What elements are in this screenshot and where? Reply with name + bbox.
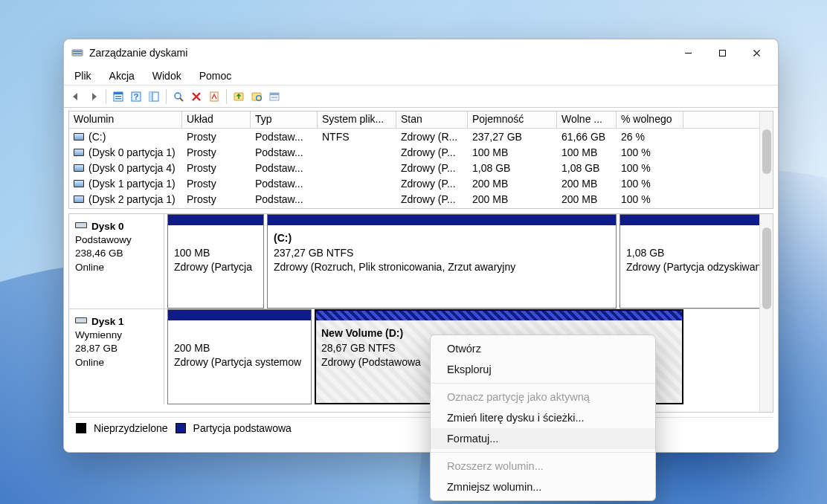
action-icon-1[interactable]	[230, 88, 248, 106]
volume-list-scrollbar[interactable]	[759, 112, 773, 208]
svg-rect-23	[76, 318, 86, 323]
menubar: Plik Akcja Widok Pomoc	[64, 66, 778, 85]
legend: Nieprzydzielone Partycja podstawowa	[68, 417, 773, 438]
col-status[interactable]: Stan	[396, 112, 468, 128]
svg-rect-19	[271, 97, 277, 97]
properties-icon[interactable]	[205, 88, 223, 106]
volume-list: Wolumin Układ Typ System plik... Stan Po…	[68, 111, 773, 209]
ctx-shrink[interactable]: Zmniejsz wolumin...	[431, 476, 655, 497]
table-row[interactable]: (Dysk 0 partycja 1)ProstyPodstaw...Zdrow…	[69, 144, 773, 160]
svg-rect-0	[72, 50, 83, 56]
legend-primary-swatch	[176, 423, 186, 433]
volume-icon	[74, 180, 84, 187]
disk-0-label: Dysk 0 Podstawowy 238,46 GB Online	[69, 214, 164, 308]
svg-rect-2	[73, 54, 82, 54]
table-row[interactable]: (Dysk 2 partycja 1)ProstyPodstaw...Zdrow…	[69, 191, 773, 207]
ctx-extend: Rozszerz wolumin...	[431, 456, 655, 476]
disk1-part-system[interactable]: 200 MB Zdrowy (Partycja systemow	[167, 309, 312, 404]
volume-icon	[74, 133, 84, 140]
table-row[interactable]: (Dysk 1 partycja 1)ProstyPodstaw...Zdrow…	[69, 175, 773, 191]
ctx-open[interactable]: Otwórz	[431, 338, 655, 359]
table-row[interactable]: (C:)ProstyPodstaw...NTFSZdrowy (R...237,…	[69, 129, 773, 144]
disk-icon	[75, 220, 87, 233]
svg-rect-6	[115, 96, 121, 97]
volume-icon	[74, 196, 84, 203]
svg-rect-5	[114, 92, 123, 94]
legend-unallocated-label: Nieprzydzielone	[94, 422, 168, 434]
close-button[interactable]	[739, 39, 773, 66]
disk-map-scrollbar[interactable]	[759, 214, 773, 412]
col-type[interactable]: Typ	[251, 112, 318, 128]
refresh-icon[interactable]	[170, 88, 187, 106]
nav-forward-icon[interactable]	[85, 88, 103, 106]
action-icon-2[interactable]	[248, 88, 266, 106]
svg-text:?: ?	[134, 92, 139, 101]
menu-view[interactable]: Widok	[144, 68, 190, 84]
context-menu: Otwórz Eksploruj Oznacz partycję jako ak…	[430, 335, 656, 501]
disk0-part-recovery[interactable]: 1,08 GB Zdrowy (Partycja odzyskiwan	[620, 214, 770, 308]
disk-row-0: Dysk 0 Podstawowy 238,46 GB Online 100 M…	[69, 214, 773, 309]
ctx-explore[interactable]: Eksploruj	[431, 359, 655, 380]
disk-icon	[75, 315, 87, 329]
menu-help[interactable]: Pomoc	[190, 68, 241, 84]
menu-file[interactable]: Plik	[65, 68, 100, 84]
svg-rect-21	[76, 223, 86, 227]
show-tree-icon[interactable]	[109, 88, 127, 106]
svg-rect-18	[270, 93, 279, 95]
nav-back-icon[interactable]	[67, 88, 85, 106]
ctx-change-letter[interactable]: Zmień literę dysku i ścieżki...	[431, 407, 655, 428]
window-title: Zarządzanie dyskami	[89, 47, 187, 59]
svg-point-12	[175, 93, 181, 99]
disk-management-window: Zarządzanie dyskami Plik Akcja Widok Pom…	[63, 39, 779, 453]
disk-map: Dysk 0 Podstawowy 238,46 GB Online 100 M…	[68, 213, 773, 413]
legend-primary-label: Partycja podstawowa	[193, 422, 292, 434]
action-icon-3[interactable]	[266, 88, 283, 106]
ctx-mark-active: Oznacz partycję jako aktywną	[431, 387, 655, 407]
console-tree-icon[interactable]	[145, 88, 163, 106]
volume-list-body: (C:)ProstyPodstaw...NTFSZdrowy (R...237,…	[69, 129, 773, 207]
svg-rect-7	[115, 98, 121, 99]
legend-unallocated-swatch	[76, 423, 86, 433]
disk-row-1: Dysk 1 Wymienny 28,87 GB Online 200 MB Z…	[69, 309, 773, 404]
titlebar[interactable]: Zarządzanie dyskami	[64, 39, 778, 66]
minimize-button[interactable]	[671, 39, 705, 66]
ctx-format[interactable]: Formatuj...	[431, 428, 655, 449]
disk-1-label: Dysk 1 Wymienny 28,87 GB Online	[69, 309, 164, 404]
svg-rect-11	[149, 92, 152, 101]
col-capacity[interactable]: Pojemność	[468, 112, 557, 128]
svg-rect-3	[719, 50, 725, 56]
col-volume[interactable]: Wolumin	[69, 112, 182, 128]
help-icon[interactable]: ?	[127, 88, 145, 106]
disk0-part-1[interactable]: 100 MB Zdrowy (Partycja	[167, 214, 264, 308]
volume-icon	[74, 164, 84, 172]
col-fs[interactable]: System plik...	[318, 112, 396, 128]
col-free[interactable]: Wolne ...	[557, 112, 617, 128]
svg-rect-1	[73, 51, 82, 52]
toolbar: ?	[64, 85, 778, 108]
delete-icon[interactable]	[187, 88, 205, 106]
table-row[interactable]: (Dysk 0 partycja 4)ProstyPodstaw...Zdrow…	[69, 160, 773, 175]
maximize-button[interactable]	[705, 39, 739, 66]
disk0-part-c[interactable]: (C:) 237,27 GB NTFS Zdrowy (Rozruch, Pli…	[267, 214, 617, 308]
col-pct[interactable]: % wolnego	[617, 112, 683, 128]
menu-action[interactable]: Akcja	[100, 68, 144, 84]
volume-icon	[74, 149, 84, 156]
app-icon	[71, 47, 83, 59]
col-layout[interactable]: Układ	[182, 112, 251, 128]
volume-list-header: Wolumin Układ Typ System plik... Stan Po…	[69, 112, 773, 129]
